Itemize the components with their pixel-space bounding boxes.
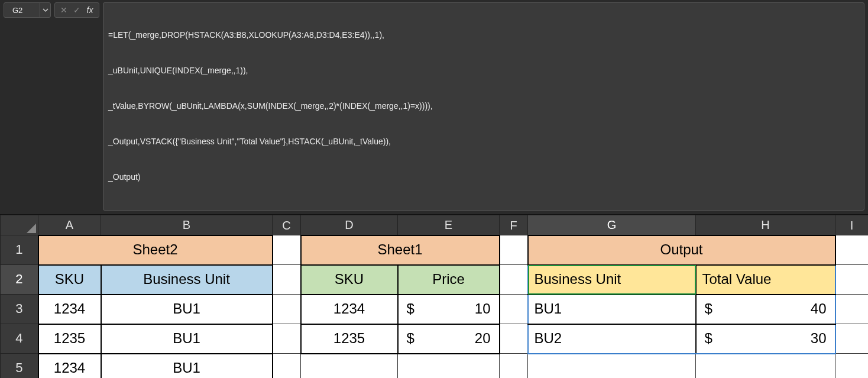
cell[interactable]: BU1 [528, 295, 696, 324]
sheet2-header-bu[interactable]: Business Unit [101, 265, 273, 295]
cell[interactable]: BU1 [101, 354, 273, 379]
title-sheet1[interactable]: Sheet1 [301, 235, 500, 265]
cell[interactable] [500, 265, 528, 295]
cell[interactable]: BU1 [101, 295, 273, 324]
cell[interactable] [500, 324, 528, 354]
col-header-A[interactable]: A [38, 215, 101, 235]
cell[interactable] [273, 265, 301, 295]
row-header-1[interactable]: 1 [1, 235, 38, 265]
cell[interactable] [835, 354, 869, 379]
col-header-H[interactable]: H [696, 215, 835, 235]
cell[interactable] [301, 354, 398, 379]
name-box-value: G2 [4, 6, 40, 15]
cell[interactable] [273, 235, 301, 265]
cell[interactable] [835, 265, 869, 295]
col-header-D[interactable]: D [301, 215, 398, 235]
chevron-down-icon[interactable] [40, 3, 50, 17]
cell[interactable] [273, 324, 301, 354]
formula-input[interactable]: =LET(_merge,DROP(HSTACK(A3:B8,XLOOKUP(A3… [103, 2, 864, 211]
cell[interactable] [835, 235, 869, 265]
cell[interactable] [273, 295, 301, 324]
row-header-4[interactable]: 4 [1, 324, 38, 354]
title-sheet2[interactable]: Sheet2 [38, 235, 273, 265]
cell[interactable]: $ 30 [696, 324, 835, 354]
cell[interactable]: $ 10 [398, 295, 500, 324]
cell[interactable] [500, 235, 528, 265]
spreadsheet-grid[interactable]: A B C D E F G H I 1 Sheet2 Sheet1 Output… [0, 215, 868, 378]
formula-line: =LET(_merge,DROP(HSTACK(A3:B8,XLOOKUP(A3… [108, 29, 859, 41]
price-value: 20 [475, 330, 491, 347]
total-value: 30 [811, 330, 827, 347]
currency-symbol: $ [705, 330, 712, 347]
cell[interactable]: $ 40 [696, 295, 835, 324]
row-header-3[interactable]: 3 [1, 295, 38, 324]
title-output[interactable]: Output [528, 235, 835, 265]
formula-line: _uBUnit,UNIQUE(INDEX(_merge,,1)), [108, 64, 859, 76]
col-header-F[interactable]: F [500, 215, 528, 235]
formula-line: _Output) [108, 171, 859, 183]
cell[interactable]: 1234 [38, 295, 101, 324]
col-header-B[interactable]: B [101, 215, 273, 235]
cell[interactable] [273, 354, 301, 379]
sheet2-header-sku[interactable]: SKU [38, 265, 101, 295]
cancel-formula-icon[interactable]: ✕ [59, 6, 69, 14]
cell[interactable]: 1234 [38, 354, 101, 379]
col-header-G[interactable]: G [528, 215, 696, 235]
cell[interactable] [500, 295, 528, 324]
cell[interactable] [696, 354, 835, 379]
row-header-2[interactable]: 2 [1, 265, 38, 295]
formula-line: _Output,VSTACK({"Business Unit","Total V… [108, 135, 859, 147]
cell[interactable]: BU2 [528, 324, 696, 354]
cell[interactable]: BU1 [101, 324, 273, 354]
total-value: 40 [811, 301, 827, 318]
currency-symbol: $ [705, 301, 712, 318]
row-header-5[interactable]: 5 [1, 354, 38, 379]
cell[interactable] [500, 354, 528, 379]
select-all-corner[interactable] [1, 215, 38, 235]
currency-symbol: $ [407, 330, 414, 347]
col-header-C[interactable]: C [273, 215, 301, 235]
output-header-total[interactable]: Total Value [696, 265, 835, 295]
cell[interactable]: 1235 [301, 324, 398, 354]
cell[interactable] [398, 354, 500, 379]
cell[interactable]: 1234 [301, 295, 398, 324]
cell[interactable]: 1235 [38, 324, 101, 354]
sheet1-header-price[interactable]: Price [398, 265, 500, 295]
formula-bar-buttons: ✕ ✓ fx [54, 2, 99, 18]
cell[interactable] [835, 295, 869, 324]
formula-line: _tValue,BYROW(_uBUnit,LAMBDA(x,SUM(INDEX… [108, 100, 859, 112]
cell[interactable] [835, 324, 869, 354]
currency-symbol: $ [407, 301, 414, 318]
col-header-E[interactable]: E [398, 215, 500, 235]
col-header-I[interactable]: I [835, 215, 869, 235]
output-header-bu[interactable]: Business Unit [528, 265, 696, 295]
column-header-row: A B C D E F G H I [1, 215, 869, 235]
accept-formula-icon[interactable]: ✓ [72, 6, 82, 14]
fx-icon[interactable]: fx [85, 6, 95, 14]
cell[interactable]: $ 20 [398, 324, 500, 354]
cell[interactable] [528, 354, 696, 379]
sheet1-header-sku[interactable]: SKU [301, 265, 398, 295]
formula-bar-area: G2 ✕ ✓ fx =LET(_merge,DROP(HSTACK(A3:B8,… [0, 0, 868, 215]
name-box[interactable]: G2 [4, 2, 51, 18]
price-value: 10 [475, 301, 491, 318]
